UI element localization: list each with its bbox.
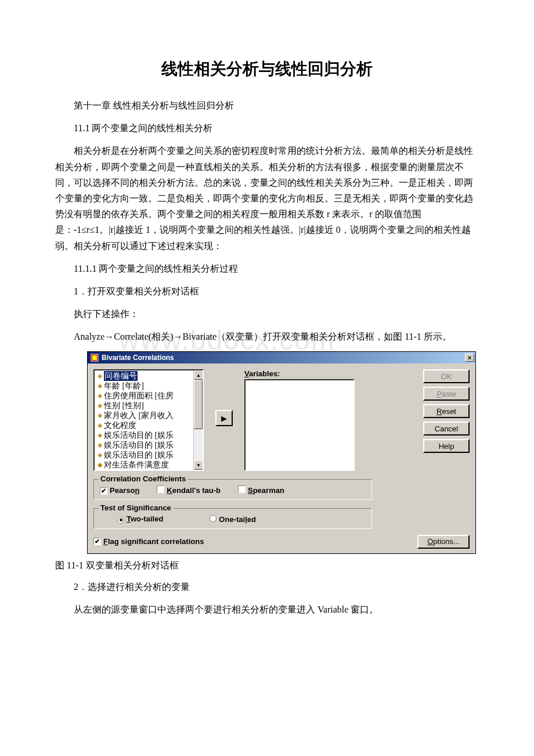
variables-label: Variables: [244,369,360,378]
variable-icon: ◈ [96,372,104,380]
listbox-scrollbar[interactable]: ▲ ▼ [193,370,203,470]
list-item[interactable]: ◈娱乐活动目的 [娱乐 [95,430,203,440]
body-paragraph: 从左侧的源变量窗口中选择两个要进行相关分析的变量进入 Variable 窗口。 [55,602,479,617]
variable-icon: ◈ [96,431,104,439]
list-item[interactable]: ◈问卷编号 [95,371,203,381]
list-item[interactable]: ◈娱乐活动目的 [娱乐 [95,450,203,460]
body-paragraph: 相关分析是在分析两个变量之间关系的密切程度时常用的统计分析方法。最简单的相关分析… [55,143,479,253]
list-item[interactable]: ◈家月收入 [家月收入 [95,411,203,420]
target-variables-listbox[interactable] [244,379,355,471]
reset-button[interactable]: Reset [423,404,470,418]
kendall-checkbox[interactable]: Kendall's tau-b [157,485,221,495]
dialog-titlebar: Bivariate Correlations × [88,352,475,363]
paste-button[interactable]: Paste [423,387,470,401]
flag-significant-checkbox[interactable]: ✔Flag significant correlations [93,537,204,546]
one-tailed-radio[interactable]: One-tailed [210,515,256,524]
group-legend: Test of Significance [99,503,173,512]
group-legend: Correlation Coefficients [99,474,187,483]
test-of-significance-group: Test of Significance Two-tailed One-tail… [93,508,372,529]
scroll-down-button[interactable]: ▼ [194,460,203,470]
subsection-heading-11-1-1: 11.1.1 两个变量之间的线性相关分析过程 [55,261,479,276]
page-title: 线性相关分析与线性回归分析 [55,58,479,80]
bivariate-dialog: Bivariate Correlations × ◈问卷编号 ◈年龄 [年龄] … [87,351,476,554]
source-variables-listbox[interactable]: ◈问卷编号 ◈年龄 [年龄] ◈住房使用面积 [住房 ◈性别 [性别] ◈家月收… [93,369,204,471]
dialog-title-text: Bivariate Correlations [102,354,465,362]
list-item[interactable]: ◈住房使用面积 [住房 [95,391,203,401]
pearson-checkbox[interactable]: ✔Pearson [100,486,139,495]
figure-caption: 图 11-1 双变量相关分析对话框 [55,560,479,572]
body-paragraph: Analyze→Correlate(相关)→Bivariate（双变量）打开双变… [55,329,479,344]
ok-button[interactable]: OK [423,369,470,383]
list-item[interactable]: ◈性别 [性别] [95,401,203,411]
body-paragraph: 执行下述操作： [55,306,479,322]
step-1-heading: 1．打开双变量相关分析对话框 [55,283,479,299]
variable-icon: ◈ [96,392,104,399]
spearman-checkbox[interactable]: Spearman [238,485,284,495]
cancel-button[interactable]: Cancel [423,422,470,435]
help-button[interactable]: Help [423,439,470,453]
list-item[interactable]: ◆对生活条件满意度 [95,460,203,470]
correlation-coefficients-group: Correlation Coefficients ✔Pearson Kendal… [93,479,372,500]
variable-icon: ◈ [96,402,104,409]
variable-icon: ◈ [96,451,104,459]
variable-icon: ◈ [96,422,104,429]
arrow-right-icon: ▶ [221,414,227,423]
scroll-thumb[interactable] [194,380,203,429]
list-item[interactable]: ◈文化程度 [95,420,203,430]
variable-icon: ◈ [96,441,104,449]
chapter-heading: 第十一章 线性相关分析与线性回归分析 [55,98,479,113]
move-right-button[interactable]: ▶ [215,410,233,426]
list-item[interactable]: ◈娱乐活动目的 [娱乐 [95,440,203,450]
dialog-app-icon [90,353,99,362]
svg-rect-1 [92,355,97,360]
section-heading-11-1: 11.1 两个变量之间的线性相关分析 [55,120,479,136]
scroll-up-button[interactable]: ▲ [194,370,203,380]
step-2-heading: 2．选择进行相关分析的变量 [55,579,479,595]
variable-icon: ◈ [96,412,104,419]
dialog-close-button[interactable]: × [465,354,474,362]
variable-icon: ◆ [96,461,104,469]
variable-icon: ◈ [96,382,104,390]
options-button[interactable]: Options... [417,535,470,549]
list-item[interactable]: ◈年龄 [年龄] [95,381,203,391]
two-tailed-radio[interactable]: Two-tailed [117,514,163,524]
